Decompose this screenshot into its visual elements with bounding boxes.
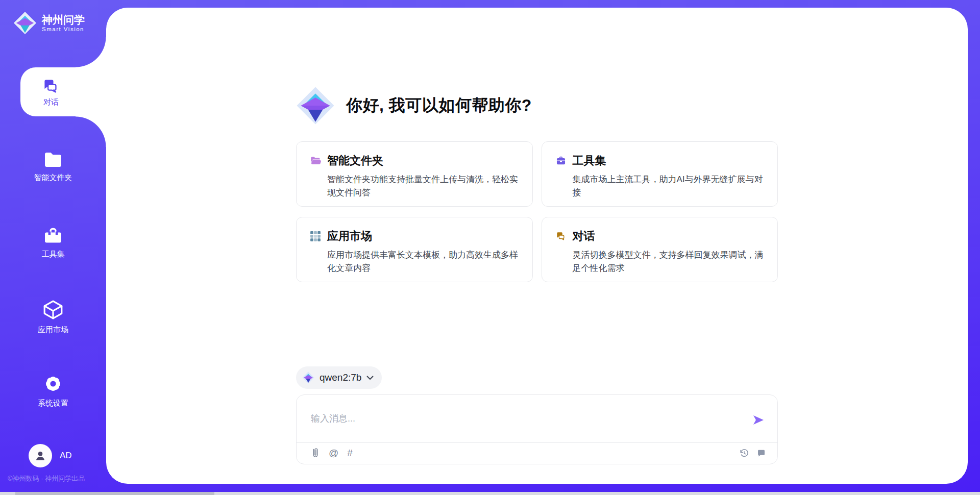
hashtag-icon: # [347,448,353,459]
sidebar-item-label: 应用市场 [38,325,68,335]
brand: 神州问学 Smart Vision [13,11,85,35]
composer-toolbar: @ # [297,442,777,464]
hashtag-button[interactable]: # [347,448,353,459]
card-app-market[interactable]: 应用市场 应用市场提供丰富长文本模板，助力高效生成多样化文章内容 [296,217,533,282]
message-composer: @ # [296,394,778,464]
card-title: 工具集 [573,153,606,168]
brand-subtitle: Smart Vision [42,26,85,32]
card-description: 集成市场上主流工具，助力AI与外界无缝扩展与对接 [573,173,765,199]
card-title: 应用市场 [327,229,372,244]
feature-cards: 智能文件夹 智能文件夹功能支持批量文件上传与清洗，轻松实现文件问答 工具集 [296,141,778,282]
cube-icon [42,299,64,320]
sidebar-item-settings[interactable]: 系统设置 [0,374,106,408]
model-name: qwen2:7b [320,372,361,383]
sidebar: 神州问学 Smart Vision 对话 智能文件夹 [0,0,106,495]
copyright-text: ©神州数码 · 神州问学出品 [8,474,85,483]
comment-button[interactable] [756,449,766,458]
folder-icon [43,151,63,168]
sidebar-item-chat-content[interactable]: 对话 [20,67,82,116]
main-panel: 你好, 我可以如何帮助你? 智能文件夹 智能文件夹功能支持批量文件上传与清洗，轻… [106,8,968,484]
sidebar-item-toolset[interactable]: 工具集 [0,226,106,259]
card-toolset[interactable]: 工具集 集成市场上主流工具，助力AI与外界无缝扩展与对接 [542,141,778,207]
horizontal-scrollbar[interactable] [0,492,980,495]
brand-logo-icon [13,11,37,35]
user-profile[interactable]: AD [29,444,72,467]
avatar [29,444,52,467]
attach-file-button[interactable] [310,448,320,459]
history-icon [739,448,749,458]
comment-icon [756,449,766,458]
gear-icon [43,374,63,394]
send-icon [752,413,765,427]
content-column: 你好, 我可以如何帮助你? 智能文件夹 智能文件夹功能支持批量文件上传与清洗，轻… [296,8,778,464]
folder-open-icon [310,155,321,166]
sidebar-item-smart-folder[interactable]: 智能文件夹 [0,151,106,183]
send-button[interactable] [751,412,766,428]
card-title: 智能文件夹 [327,153,383,168]
composer-right-icons [739,448,766,458]
sidebar-item-label: 系统设置 [38,399,68,408]
sidebar-item-label: 智能文件夹 [34,173,72,183]
card-description: 灵活切换多模型文件，支持多样回复效果调试，满足个性化需求 [573,249,765,275]
paperclip-icon [310,448,320,459]
history-button[interactable] [739,448,749,458]
mention-icon: @ [329,448,338,459]
model-diamond-icon [302,372,314,384]
app-window: 你好, 我可以如何帮助你? 智能文件夹 智能文件夹功能支持批量文件上传与清洗，轻… [0,0,980,495]
sidebar-item-label: 对话 [43,97,59,107]
model-selector[interactable]: qwen2:7b [296,366,382,389]
toolbox-icon [43,226,63,245]
sidebar-item-label: 工具集 [42,250,65,259]
chevron-down-icon [366,376,374,380]
scrollbar-thumb[interactable] [15,492,214,495]
user-initials: AD [60,451,72,461]
chat-icon [555,231,567,242]
brand-name: 神州问学 [42,14,85,26]
hero-greeting-row: 你好, 我可以如何帮助你? [296,87,778,125]
card-smart-folder[interactable]: 智能文件夹 智能文件夹功能支持批量文件上传与清洗，轻松实现文件问答 [296,141,533,207]
grid-icon [310,231,321,242]
sidebar-item-app-market[interactable]: 应用市场 [0,299,106,335]
mention-button[interactable]: @ [329,448,338,459]
greeting-text: 你好, 我可以如何帮助你? [346,94,532,117]
card-description: 智能文件夹功能支持批量文件上传与清洗，轻松实现文件问答 [327,173,519,199]
card-title: 对话 [573,229,595,244]
briefcase-icon [555,155,567,166]
chat-bubbles-icon [41,77,61,95]
card-description: 应用市场提供丰富长文本模板，助力高效生成多样化文章内容 [327,249,519,275]
card-chat[interactable]: 对话 灵活切换多模型文件，支持多样回复效果调试，满足个性化需求 [542,217,778,282]
brand-diamond-icon [296,86,335,125]
